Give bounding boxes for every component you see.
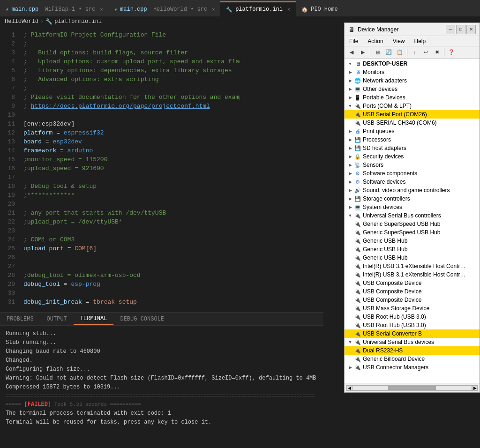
dm-tree-item-19[interactable]: 🔌 Generic SuperSpeed USB Hub [345, 228, 480, 237]
dm-hscrollbar[interactable] [352, 385, 472, 391]
dm-tree-item-22[interactable]: 🔌 Generic USB Hub [345, 254, 480, 262]
dm-tree-item-29[interactable]: 🔌 USB Root Hub (USB 3.0) [345, 313, 480, 321]
dm-titlebar: 🖥 Device Manager ─ □ ✕ [345, 23, 480, 36]
dm-hscroll-area[interactable]: ◀ ▶ [346, 385, 478, 391]
dm-tree-item-31[interactable]: 🔌 USB Serial Converter B [345, 329, 480, 338]
code-line-2: ; [23, 39, 240, 48]
dm-tree-item-1[interactable]: ▶ 🌐 Network adapters [345, 76, 480, 85]
dm-menu-file[interactable]: File [346, 37, 361, 45]
code-line-24: ; COM1 or COM3 [23, 235, 240, 244]
dm-tree-item-18[interactable]: 🔌 Generic SuperSpeed USB Hub [345, 220, 480, 228]
dm-tree-item-26[interactable]: 🔌 USB Composite Device [345, 287, 480, 296]
tab-close-3[interactable]: ✕ [287, 7, 290, 12]
dm-tree-item-11[interactable]: ▶ 📡 Sensors [345, 161, 480, 169]
code-line-9: ; https://docs.platformio.org/page/proje… [23, 102, 240, 111]
dm-tree-item-34[interactable]: 🔌 Generic Billboard Device [345, 355, 480, 363]
dm-tree-item-33[interactable]: 🔌 Dual RS232-HS [345, 346, 480, 355]
dm-help-btn[interactable]: ❓ [446, 48, 457, 57]
dm-tree-item-16[interactable]: ▶ 💻 System devices [345, 203, 480, 211]
tab-close-1[interactable]: ✕ [100, 7, 103, 12]
code-line-5: ; Library options: dependencies, extra l… [23, 66, 240, 75]
code-editor[interactable]: ; PlatformIO Project Configuration File;… [19, 27, 240, 308]
dm-tree-item-0[interactable]: ▶ 🖥 Monitors [345, 68, 480, 76]
dm-tree-item-24[interactable]: 🔌 Intel(R) USB 3.1 eXtensible Host Contr… [345, 270, 480, 279]
dm-maximize-btn[interactable]: □ [456, 25, 465, 34]
tab-close-2[interactable]: ✕ [212, 7, 215, 12]
dm-tree-item-2[interactable]: ▶ 💻 Other devices [345, 85, 480, 93]
dm-scroll-right[interactable]: ▶ [472, 385, 478, 391]
code-line-13: board = esp32dev [23, 137, 240, 146]
terminal-output[interactable]: Running stub...Stub running...Changing b… [0, 326, 323, 448]
dm-tree-root[interactable]: ▼ 🖥 DESKTOP-USER [345, 60, 480, 68]
dm-menubar: File Action View Help [345, 36, 480, 46]
dm-tree-item-20[interactable]: 🔌 Generic USB Hub [345, 237, 480, 245]
tab-platformio-ini[interactable]: 🔧 platformio.ini ✕ [220, 1, 296, 16]
dm-tree-item-25[interactable]: 🔌 USB Composite Device [345, 279, 480, 287]
dm-computer-btn[interactable]: 🖥 [372, 48, 382, 57]
dm-tree-item-10[interactable]: ▶ 🔒 Security devices [345, 152, 480, 161]
dm-tree-item-5[interactable]: 🔌 USB Serial Port (COM26) [345, 110, 480, 119]
dm-update-btn[interactable]: ↑ [409, 48, 420, 57]
dm-tree-item-17[interactable]: ▼ 🔌 Universal Serial Bus controllers [345, 211, 480, 220]
tab-debug-console[interactable]: DEBUG CONSOLE [113, 313, 171, 325]
dm-statusbar: ◀ ▶ [345, 383, 480, 392]
dm-toolbar-sep1 [370, 48, 370, 57]
dm-tree-item-3[interactable]: ▶ 📱 Portable Devices [345, 93, 480, 102]
dm-device-tree[interactable]: ▼ 🖥 DESKTOP-USER ▶ 🖥 Monitors ▶ 🌐 Networ… [345, 59, 480, 383]
dm-tree-item-27[interactable]: 🔌 USB Composite Device [345, 296, 480, 304]
dm-tree-item-32[interactable]: ▼ 🔌 Universal Serial Bus devices [345, 338, 480, 346]
dm-tree-item-7[interactable]: ▶ 🖨 Print queues [345, 127, 480, 135]
dm-tree-item-13[interactable]: ▶ ⚙ Software devices [345, 178, 480, 186]
dm-window-controls: ─ □ ✕ [446, 25, 476, 34]
tab-problems[interactable]: PROBLEMS [0, 313, 40, 325]
dm-tree-item-15[interactable]: ▶ 💾 Storage controllers [345, 194, 480, 203]
code-line-17 [23, 173, 240, 182]
dm-refresh-btn[interactable]: 🔄 [383, 48, 394, 57]
dm-tree-item-28[interactable]: 🔌 USB Mass Storage Device [345, 304, 480, 313]
dm-uninstall-btn[interactable]: ✖ [432, 48, 442, 57]
code-line-31: debug_init_break = tbreak setup [23, 298, 240, 306]
tab-label-maincpp1: main.cpp [12, 6, 39, 13]
tab-terminal[interactable]: TERMINAL [74, 313, 114, 325]
tab-icon-pio: 🔧 [226, 7, 232, 13]
dm-rollback-btn[interactable]: ↩ [420, 48, 431, 57]
code-line-28: ;debug_tool = olimex-arm-usb-ocd [23, 271, 240, 280]
dm-close-btn[interactable]: ✕ [466, 25, 476, 34]
dm-tree-item-30[interactable]: 🔌 USB Root Hub (USB 3.0) [345, 321, 480, 329]
tab-icon-helloworld: ⚡ [114, 7, 117, 13]
terminal-line: Compressed 15872 bytes to 10319... [6, 383, 318, 391]
terminal-tabs-bar: PROBLEMS OUTPUT TERMINAL DEBUG CONSOLE [0, 313, 323, 326]
dm-properties-btn[interactable]: 📋 [395, 48, 405, 57]
code-line-18: ; Debug tool & setup [23, 182, 240, 191]
dm-toolbar-sep2 [407, 48, 407, 57]
dm-tree-item-12[interactable]: ▶ ⚙ Software components [345, 169, 480, 178]
dm-scroll-left[interactable]: ◀ [346, 385, 352, 391]
dm-hscroll-thumb[interactable] [388, 386, 436, 390]
tab-pio-home[interactable]: 🏠 PIO Home [296, 1, 344, 16]
dm-tree-item-6[interactable]: 🔌 USB-SERIAL CH340 (COM6) [345, 119, 480, 127]
dm-tree-item-35[interactable]: ▶ 🔌 USB Connector Managers [345, 363, 480, 372]
dm-tree-item-21[interactable]: 🔌 Generic USB Hub [345, 245, 480, 254]
tab-output[interactable]: OUTPUT [40, 313, 74, 325]
tab-main-wifisap[interactable]: ⚡ main.cpp WiFiSap-1 • src ✕ [0, 1, 108, 16]
dm-menu-view[interactable]: View [390, 37, 408, 45]
dm-tree-item-23[interactable]: 🔌 Intel(R) USB 3.1 eXtensible Host Contr… [345, 262, 480, 270]
dm-menu-action[interactable]: Action [365, 37, 386, 45]
dm-minimize-btn[interactable]: ─ [446, 25, 455, 34]
dm-tree-item-4[interactable]: ▼ 🔌 Ports (COM & LPT) [345, 102, 480, 110]
code-line-22: ;upload_port = /dev/ttyUSB* [23, 217, 240, 226]
code-line-30 [23, 289, 240, 298]
code-line-26 [23, 253, 240, 262]
code-line-7: ; [23, 84, 240, 93]
dm-toolbar: ◀ ▶ 🖥 🔄 📋 ↑ ↩ ✖ ❓ [345, 46, 480, 59]
tab-main-helloworld[interactable]: ⚡ main.cpp HelloWorld • src ✕ [108, 1, 220, 16]
editor-area: 1234567891011121314151617181920212223242… [0, 27, 240, 308]
dm-forward-btn[interactable]: ▶ [358, 48, 368, 57]
dm-menu-help[interactable]: Help [412, 37, 429, 45]
code-line-11: [env:esp32dev] [23, 119, 240, 128]
dm-tree-item-14[interactable]: ▶ 🔊 Sound, video and game controllers [345, 186, 480, 194]
dm-tree-item-9[interactable]: ▶ 💾 SD host adapters [345, 144, 480, 152]
dm-back-btn[interactable]: ◀ [346, 48, 357, 57]
tab-label-maincpp2: main.cpp [120, 6, 147, 13]
dm-tree-item-8[interactable]: ▶ 💾 Processors [345, 135, 480, 144]
